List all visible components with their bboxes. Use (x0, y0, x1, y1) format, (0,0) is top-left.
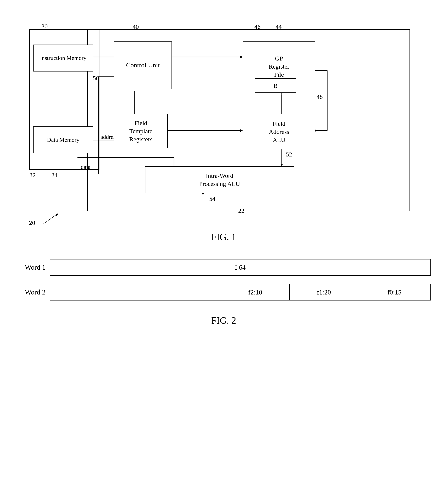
label-22: 22 (238, 207, 244, 214)
word2-label: Word 2 (17, 288, 50, 296)
label-52: 52 (286, 151, 292, 158)
field-template-registers-label: Field Template Registers (129, 119, 153, 143)
label-46: 46 (254, 23, 260, 30)
control-unit-block: Control Unit (114, 41, 172, 89)
word1-box: I:64 (50, 259, 431, 276)
label-20-area: 20 (27, 211, 68, 229)
label-48: 48 (316, 93, 323, 100)
intra-word-processing-alu-block: Intra-Word Processing ALU (145, 166, 294, 193)
label-32: 32 (29, 172, 36, 179)
data-memory-label: Data Memory (47, 136, 79, 144)
field-address-alu-block: Field Address ALU (243, 114, 315, 149)
word1-cell-i64: I:64 (50, 259, 430, 275)
svg-marker-31 (55, 214, 58, 216)
label-24: 24 (51, 172, 58, 179)
field-address-alu-label: Field Address ALU (269, 120, 289, 144)
word1-row: Word 1 I:64 (17, 259, 431, 276)
fig2-diagram: Word 1 I:64 Word 2 f2:10 f1:20 f0:15 FIG… (17, 259, 431, 309)
label-20: 20 (29, 219, 35, 226)
data-memory-block: Data Memory (33, 126, 93, 153)
label-50: 50 (93, 75, 99, 82)
gp-register-file-label: GP Register File (269, 54, 289, 79)
word2-cell-empty (50, 284, 221, 300)
label-44: 44 (275, 23, 282, 30)
label-30: 30 (41, 23, 48, 30)
word2-cell-f2: f2:10 (221, 284, 290, 300)
control-unit-label: Control Unit (126, 61, 160, 70)
intra-word-processing-alu-label: Intra-Word Processing ALU (199, 172, 240, 188)
fig1-diagram: address data 30 22 Instruction M (17, 12, 431, 230)
fig1-caption: FIG. 1 (211, 232, 236, 242)
instruction-memory-label: Instruction Memory (40, 54, 86, 62)
word1-label: Word 1 (17, 263, 50, 271)
word2-cell-f0: f0:15 (358, 284, 430, 300)
label-40: 40 (133, 23, 139, 30)
instruction-memory-block: Instruction Memory (33, 45, 93, 72)
field-template-registers-block: Field Template Registers (114, 114, 168, 148)
word2-row: Word 2 f2:10 f1:20 f0:15 (17, 284, 431, 301)
word2-cell-f1: f1:20 (290, 284, 358, 300)
word2-box: f2:10 f1:20 f0:15 (50, 284, 431, 301)
page: address data 30 22 Instruction M (0, 0, 447, 504)
b-register-label: B (274, 82, 277, 90)
b-register-block: B (255, 78, 296, 93)
fig2-caption: FIG. 2 (17, 315, 431, 326)
label-54: 54 (209, 195, 215, 202)
